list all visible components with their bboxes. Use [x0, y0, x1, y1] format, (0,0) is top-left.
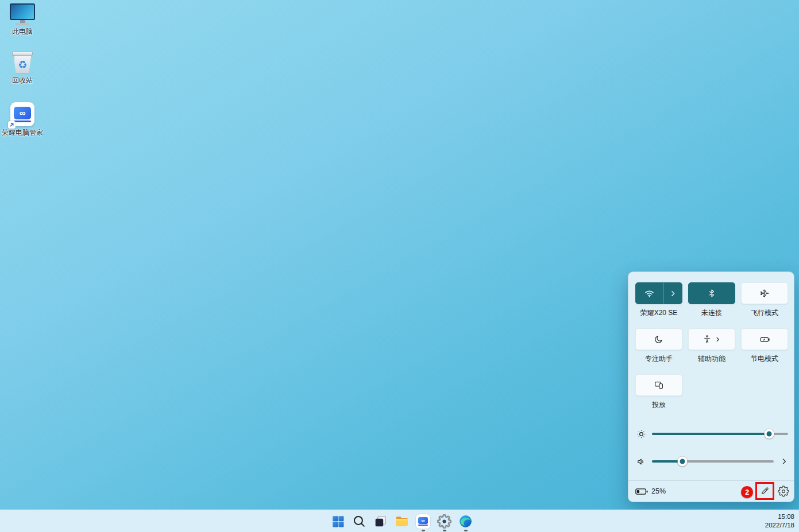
edge-taskbar-button[interactable]: [455, 510, 476, 532]
clock[interactable]: 15:08 2022/7/18: [765, 512, 794, 530]
brightness-slider-row: [635, 427, 788, 441]
desktop-icon-recycle-bin[interactable]: ♻ 回收站: [0, 52, 45, 86]
airplane-mode-tile-label: 飞行模式: [751, 308, 778, 318]
volume-slider-row: [635, 455, 788, 468]
pencil-icon: [760, 486, 770, 496]
airplane-mode-tile[interactable]: [741, 282, 788, 304]
taskbar-center-icons: ∞: [327, 510, 476, 532]
wifi-tile[interactable]: [635, 282, 682, 304]
chevron-right-icon: [669, 290, 677, 297]
task-view-button[interactable]: [370, 510, 391, 532]
battery-percent-label: 25%: [651, 487, 666, 495]
cast-icon: [654, 380, 664, 390]
focus-assist-tile-label: 专注助手: [645, 354, 673, 364]
file-explorer-icon: [395, 514, 409, 529]
accessibility-tile[interactable]: [688, 328, 735, 350]
cast-tile[interactable]: [635, 374, 682, 396]
wifi-tile-label: 荣耀X20 SE: [640, 308, 678, 318]
taskbar: ∞: [0, 510, 799, 532]
volume-expand-button[interactable]: [780, 457, 788, 465]
volume-speaker-icon: [635, 457, 647, 467]
focus-assist-tile[interactable]: [635, 328, 682, 350]
bluetooth-icon: [707, 289, 716, 298]
this-pc-label: 此电脑: [12, 27, 33, 37]
wifi-toggle[interactable]: [636, 283, 663, 304]
honor-pc-manager-taskbar-button[interactable]: ∞: [412, 510, 434, 532]
battery-saver-tile-label: 节电模式: [751, 354, 778, 364]
brightness-slider[interactable]: [652, 433, 788, 435]
annotation-rect-edit-button: [755, 482, 774, 500]
this-pc-icon: [10, 3, 35, 25]
settings-gear-icon: [437, 514, 451, 529]
start-button[interactable]: [327, 510, 349, 532]
running-indicator: [422, 530, 425, 531]
battery-icon: [635, 488, 648, 495]
wifi-expand-button[interactable]: [663, 283, 682, 304]
brightness-slider-knob[interactable]: [764, 429, 774, 439]
search-button[interactable]: [349, 510, 370, 532]
gear-icon: [778, 486, 789, 497]
honor-pc-manager-icon: ∞: [10, 102, 34, 126]
clock-date: 2022/7/18: [765, 521, 794, 530]
recycle-bin-icon: ♻: [12, 52, 33, 74]
bluetooth-tile-label: 未连接: [701, 308, 722, 318]
volume-slider[interactable]: [652, 460, 774, 463]
desktop: 此电脑 ♻ 回收站 ∞ 荣耀电脑管家: [0, 0, 799, 532]
file-explorer-button[interactable]: [391, 510, 412, 532]
edit-quick-settings-button[interactable]: [758, 484, 773, 498]
cast-tile-label: 投放: [652, 400, 666, 410]
task-view-icon: [373, 514, 388, 529]
desktop-icon-this-pc[interactable]: 此电脑: [0, 3, 45, 37]
moon-icon: [654, 335, 663, 344]
running-indicator: [464, 530, 468, 531]
battery-saver-tile[interactable]: [741, 328, 788, 350]
honor-pc-manager-label: 荣耀电脑管家: [2, 128, 43, 138]
edge-icon: [458, 514, 473, 529]
settings-button[interactable]: [778, 486, 789, 497]
clock-time: 15:08: [765, 512, 794, 521]
desktop-icon-honor-pc-manager[interactable]: ∞ 荣耀电脑管家: [0, 102, 45, 138]
brightness-sun-icon: [635, 429, 647, 440]
volume-slider-knob[interactable]: [678, 457, 688, 467]
battery-saver-icon: [759, 334, 770, 345]
search-icon: [352, 514, 366, 529]
annotation-step-2: 2: [741, 486, 753, 498]
running-indicator: [443, 530, 446, 531]
windows-start-icon: [331, 514, 345, 529]
accessibility-tile-label: 辅助功能: [698, 354, 725, 364]
wifi-icon: [644, 288, 655, 299]
battery-status: 25%: [635, 487, 666, 495]
honor-pc-manager-icon: ∞: [416, 514, 430, 529]
chevron-right-icon: [715, 336, 721, 343]
recycle-bin-label: 回收站: [12, 76, 33, 86]
accessibility-person-icon: [702, 335, 712, 344]
shortcut-arrow-icon: [8, 121, 16, 129]
chevron-right-icon: [780, 457, 788, 465]
quick-settings-panel: 荣耀X20 SE 未连接 飞行模式 专注助手: [628, 271, 794, 502]
recycle-symbol-icon: ♻: [18, 60, 27, 70]
bluetooth-tile[interactable]: [688, 282, 735, 304]
settings-taskbar-button[interactable]: [434, 510, 455, 532]
airplane-icon: [759, 288, 770, 298]
